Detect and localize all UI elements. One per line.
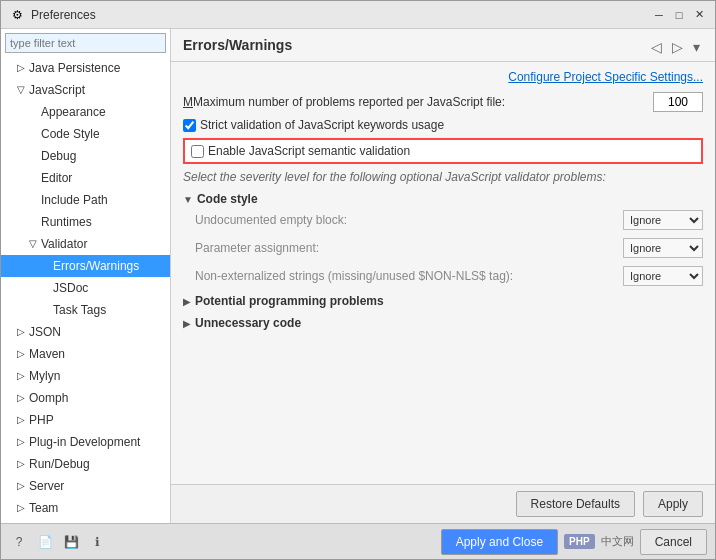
sidebar-item-label: Mylyn: [29, 367, 60, 385]
expand-arrow: ▷: [17, 367, 29, 385]
sidebar-item-runtimes[interactable]: Runtimes: [1, 211, 170, 233]
sidebar-item-php[interactable]: ▷ PHP: [1, 409, 170, 431]
save-icon[interactable]: 💾: [61, 532, 81, 552]
sidebar-item-label: Errors/Warnings: [53, 257, 139, 275]
footer-icons: ? 📄 💾 ℹ: [9, 532, 107, 552]
sidebar-item-task-tags[interactable]: Task Tags: [1, 299, 170, 321]
sidebar-item-label: Debug: [41, 147, 76, 165]
window-title: Preferences: [31, 8, 651, 22]
sidebar-item-label: Java Persistence: [29, 59, 120, 77]
unnecessary-code-header[interactable]: ▶ Unnecessary code: [183, 314, 703, 332]
window-controls: ─ □ ✕: [651, 7, 707, 23]
sidebar-item-validator[interactable]: ▽ Validator: [1, 233, 170, 255]
nav-back-button[interactable]: ◁: [648, 38, 665, 56]
strict-validation-checkbox[interactable]: [183, 119, 196, 132]
maximize-button[interactable]: □: [671, 7, 687, 23]
expand-arrow: ▷: [17, 345, 29, 363]
max-problems-label: MMaximum number of problems reported per…: [183, 95, 653, 109]
sidebar-item-include-path[interactable]: Include Path: [1, 189, 170, 211]
sidebar-item-maven[interactable]: ▷ Maven: [1, 343, 170, 365]
max-problems-input[interactable]: [653, 92, 703, 112]
potential-problems-section: ▶ Potential programming problems: [183, 292, 703, 310]
sidebar-item-server[interactable]: ▷ Server: [1, 475, 170, 497]
cancel-button[interactable]: Cancel: [640, 529, 707, 555]
sidebar: ▷ Java Persistence ▽ JavaScript Appearan…: [1, 29, 171, 523]
sidebar-item-plugin-dev[interactable]: ▷ Plug-in Development: [1, 431, 170, 453]
bottom-bar: Restore Defaults Apply: [171, 484, 715, 523]
expand-arrow: ▷: [17, 499, 29, 517]
sidebar-item-errors-warnings[interactable]: Errors/Warnings: [1, 255, 170, 277]
apply-button[interactable]: Apply: [643, 491, 703, 517]
potential-problems-title: Potential programming problems: [195, 294, 384, 308]
collapse-arrow-icon: ▼: [183, 194, 193, 205]
sidebar-item-label: JavaScript: [29, 81, 85, 99]
configure-project-link[interactable]: Configure Project Specific Settings...: [183, 70, 703, 84]
expand-arrow: ▷: [17, 455, 29, 473]
title-bar: ⚙ Preferences ─ □ ✕: [1, 1, 715, 29]
content-area: ▷ Java Persistence ▽ JavaScript Appearan…: [1, 29, 715, 523]
collapse-arrow-icon: ▶: [183, 318, 191, 329]
main-panel: Errors/Warnings ◁ ▷ ▾ Configure Project …: [171, 29, 715, 523]
expand-arrow: ▷: [17, 411, 29, 429]
potential-problems-header[interactable]: ▶ Potential programming problems: [183, 292, 703, 310]
sidebar-item-json[interactable]: ▷ JSON: [1, 321, 170, 343]
sidebar-item-label: Editor: [41, 169, 72, 187]
info-icon[interactable]: ℹ: [87, 532, 107, 552]
enable-semantic-checkbox[interactable]: [191, 145, 204, 158]
expand-arrow: ▽: [29, 235, 41, 253]
sidebar-item-appearance[interactable]: Appearance: [1, 101, 170, 123]
minimize-button[interactable]: ─: [651, 7, 667, 23]
option-row-undocumented: Undocumented empty block: Ignore Warning…: [195, 208, 703, 232]
apply-and-close-button[interactable]: Apply and Close: [441, 529, 558, 555]
nav-dropdown-button[interactable]: ▾: [690, 38, 703, 56]
restore-defaults-button[interactable]: Restore Defaults: [516, 491, 635, 517]
expand-arrow: ▷: [17, 389, 29, 407]
sidebar-item-label: PHP: [29, 411, 54, 429]
sidebar-item-team[interactable]: ▷ Team: [1, 497, 170, 519]
sidebar-item-label: Team: [29, 499, 58, 517]
sidebar-item-label: Task Tags: [53, 301, 106, 319]
code-style-header[interactable]: ▼ Code style: [183, 190, 703, 208]
sidebar-item-label: Oomph: [29, 389, 68, 407]
parameter-assignment-select[interactable]: Ignore Warning Error: [623, 238, 703, 258]
sidebar-item-label: JSON: [29, 323, 61, 341]
sidebar-item-label: Server: [29, 477, 64, 495]
unnecessary-code-section: ▶ Unnecessary code: [183, 314, 703, 332]
help-icon[interactable]: ?: [9, 532, 29, 552]
sidebar-item-mylyn[interactable]: ▷ Mylyn: [1, 365, 170, 387]
enable-semantic-label: Enable JavaScript semantic validation: [208, 144, 410, 158]
expand-arrow: ▷: [17, 59, 29, 77]
sidebar-item-jsdoc[interactable]: JSDoc: [1, 277, 170, 299]
sidebar-item-label: Maven: [29, 345, 65, 363]
sidebar-item-oomph[interactable]: ▷ Oomph: [1, 387, 170, 409]
strict-validation-row: Strict validation of JavaScript keywords…: [183, 118, 703, 132]
main-body: Configure Project Specific Settings... M…: [171, 62, 715, 484]
expand-arrow: ▷: [17, 323, 29, 341]
sidebar-item-label: JSDoc: [53, 279, 88, 297]
undocumented-block-select[interactable]: Ignore Warning Error: [623, 210, 703, 230]
collapse-arrow-icon: ▶: [183, 296, 191, 307]
preference-tree: ▷ Java Persistence ▽ JavaScript Appearan…: [1, 57, 170, 523]
sidebar-item-label: Run/Debug: [29, 455, 90, 473]
sidebar-item-editor[interactable]: Editor: [1, 167, 170, 189]
sidebar-item-java-persistence[interactable]: ▷ Java Persistence: [1, 57, 170, 79]
sidebar-item-run-debug[interactable]: ▷ Run/Debug: [1, 453, 170, 475]
close-button[interactable]: ✕: [691, 7, 707, 23]
nls-strings-select[interactable]: Ignore Warning Error: [623, 266, 703, 286]
strict-validation-label: Strict validation of JavaScript keywords…: [200, 118, 444, 132]
sidebar-item-javascript[interactable]: ▽ JavaScript: [1, 79, 170, 101]
nav-bar: ◁ ▷ ▾: [648, 38, 703, 56]
sidebar-item-debug[interactable]: Debug: [1, 145, 170, 167]
severity-description: Select the severity level for the follow…: [183, 170, 703, 184]
zh-badge: 中文网: [601, 534, 634, 549]
page-title: Errors/Warnings: [183, 37, 292, 53]
filter-search-input[interactable]: [5, 33, 166, 53]
doc-icon[interactable]: 📄: [35, 532, 55, 552]
footer-buttons: Apply and Close PHP 中文网 Cancel: [441, 529, 707, 555]
code-style-title: Code style: [197, 192, 258, 206]
window-icon: ⚙: [9, 7, 25, 23]
max-problems-row: MMaximum number of problems reported per…: [183, 92, 703, 112]
sidebar-item-code-style[interactable]: Code Style: [1, 123, 170, 145]
unnecessary-code-title: Unnecessary code: [195, 316, 301, 330]
nav-forward-button[interactable]: ▷: [669, 38, 686, 56]
